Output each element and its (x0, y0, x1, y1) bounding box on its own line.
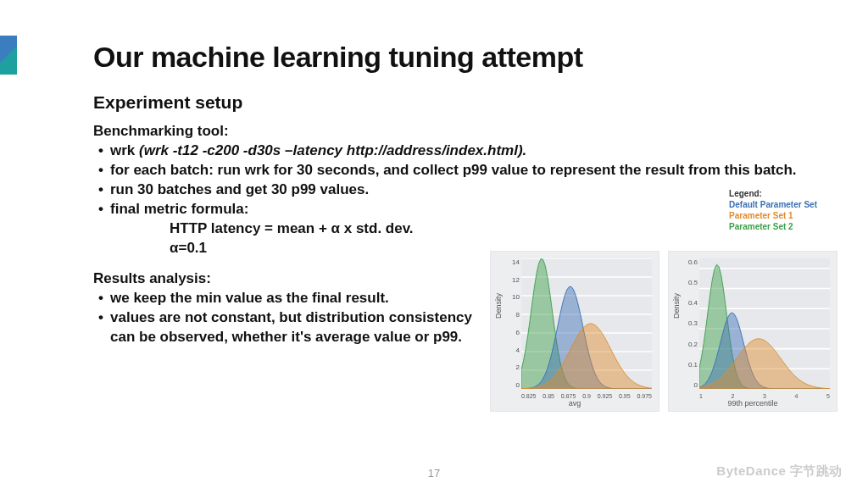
chart-legend: Legend: Default Parameter Set Parameter … (729, 188, 817, 232)
chart-avg: Density 02468101214 0.8250.850.8750.90.9… (490, 251, 659, 412)
density-svg-right (699, 258, 830, 389)
bench-list: wrk (wrk -t12 -c200 -d30s –latency http:… (93, 141, 817, 219)
results-item: values are not constant, but distributio… (98, 308, 483, 347)
formula-line: HTTP latency = mean + α x std. dev. (93, 219, 817, 239)
legend-set1: Parameter Set 1 (729, 210, 817, 221)
results-block: Results analysis: we keep the min value … (93, 270, 483, 347)
legend-set2: Parameter Set 2 (729, 221, 817, 232)
bench-item: wrk (wrk -t12 -c200 -d30s –latency http:… (98, 141, 817, 161)
slide-subtitle: Experiment setup (93, 92, 817, 113)
slide-title: Our machine learning tuning attempt (93, 41, 817, 74)
yticks-right: 00.10.20.30.40.50.6 (686, 258, 698, 389)
legend-title: Legend: (729, 188, 817, 199)
charts-container: Density 02468101214 0.8250.850.8750.90.9… (490, 251, 837, 412)
bench-item: run 30 batches and get 30 p99 values. (98, 180, 817, 200)
ylabel: Density (494, 293, 503, 319)
ylabel: Density (672, 293, 681, 319)
plot-area-right (699, 258, 830, 389)
slide: Our machine learning tuning attempt Expe… (0, 0, 868, 488)
watermark: ByteDance 字节跳动 (716, 463, 843, 480)
bench-item: for each batch: run wrk for 30 seconds, … (98, 161, 817, 180)
xticks-right: 12345 (699, 393, 830, 399)
density-svg-left (521, 258, 652, 389)
xlabel: avg (491, 399, 659, 408)
yticks-left: 02468101214 (508, 258, 520, 389)
page-number: 17 (428, 467, 440, 480)
legend-default: Default Parameter Set (729, 199, 817, 210)
results-list: we keep the min value as the final resul… (93, 289, 483, 347)
chart-p99: Density 00.10.20.30.40.50.6 12345 99th p… (668, 251, 837, 412)
xlabel: 99th percentile (669, 399, 837, 408)
bench-item: final metric formula: (98, 200, 817, 219)
plot-area-left (521, 258, 652, 389)
accent-bar (0, 36, 17, 75)
wrk-command: (wrk -t12 -c200 -d30s –latency http://ad… (139, 142, 526, 158)
results-item: we keep the min value as the final resul… (98, 289, 483, 308)
results-heading: Results analysis: (93, 270, 483, 287)
bench-heading: Benchmarking tool: (93, 123, 817, 140)
xticks-left: 0.8250.850.8750.90.9250.950.975 (521, 393, 652, 399)
